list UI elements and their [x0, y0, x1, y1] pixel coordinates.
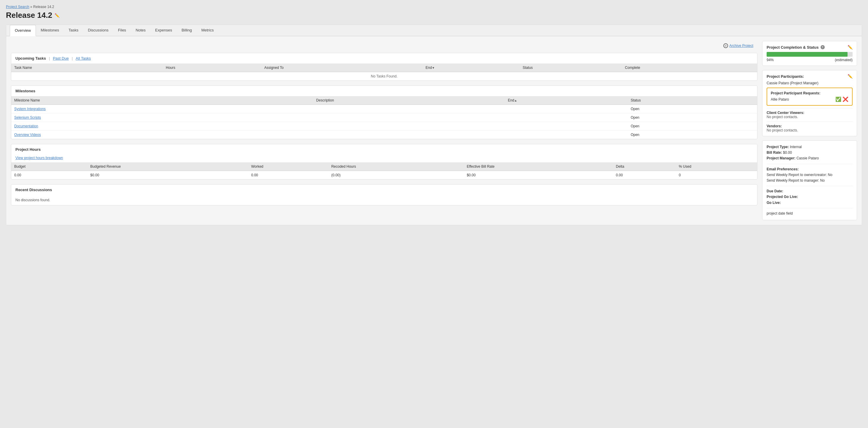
main-card: Overview Milestones Tasks Discussions Fi… [6, 25, 862, 225]
reject-request-button[interactable]: ❌ [842, 96, 848, 102]
col-worked: Worked [248, 162, 328, 171]
vendors-title: Vendors: [767, 124, 852, 128]
edit-participants-button[interactable]: ✏️ [847, 74, 852, 79]
project-date-field: project date field [767, 211, 852, 217]
participant-requests-box: Project Participant Requests: Allie Pata… [767, 88, 852, 106]
no-discussions-message: No discussions found. [16, 198, 50, 202]
milestone-status: Open [627, 131, 757, 139]
participant-request-row: Allie Pataro ✅ ❌ [771, 96, 848, 102]
col-budgeted-revenue: Budgeted Revenue [88, 162, 248, 171]
col-milestone-status: Status [627, 96, 757, 105]
milestone-end [505, 122, 627, 131]
project-hours-table: Budget Budgeted Revenue Worked Recoded H… [11, 162, 757, 179]
client-center-title: Client Center Viewers: [767, 111, 852, 115]
upcoming-tasks-header: Upcoming Tasks | Past Due | All Tasks [11, 53, 757, 63]
milestone-status: Open [627, 122, 757, 131]
help-icon[interactable]: ? [820, 45, 825, 49]
col-description: Description [313, 96, 505, 105]
col-recoded-hours: Recoded Hours [328, 162, 464, 171]
edit-title-button[interactable]: ✏️ [55, 13, 60, 18]
dates-block: Due Date: Projected Go Live: Go Live: [767, 189, 852, 206]
col-percent-used: % Used [676, 162, 757, 171]
col-budget: Budget [11, 162, 88, 171]
client-center-no-data: No project contacts. [767, 115, 852, 119]
milestone-row: Documentation Open [11, 122, 757, 131]
col-delta: Delta [613, 162, 676, 171]
participant-request-name: Allie Pataro [771, 97, 789, 102]
tabs-bar: Overview Milestones Tasks Discussions Fi… [6, 25, 862, 36]
breadcrumb-link[interactable]: Project Search [6, 5, 29, 9]
project-info-block: Project Type: Internal Bill Rate: $0.00 … [767, 144, 852, 162]
archive-project-link[interactable]: Archive Project [729, 44, 753, 48]
right-panel: Project Completion & Status ? ✏️ 94% (es… [762, 41, 857, 220]
milestones-title: Milestones [16, 89, 35, 93]
participant-requests-title: Project Participant Requests: [771, 91, 848, 95]
col-effective-bill-rate: Effective Bill Rate [464, 162, 613, 171]
page-title: Release 14.2 [6, 11, 52, 20]
milestone-end [505, 113, 627, 122]
tab-tasks[interactable]: Tasks [64, 25, 83, 36]
milestone-row: Selenium Scripts Open [11, 113, 757, 122]
tab-milestones[interactable]: Milestones [36, 25, 64, 36]
tab-files[interactable]: Files [113, 25, 131, 36]
upcoming-tasks-title: Upcoming Tasks [16, 56, 46, 61]
milestones-section: Milestones Milestone Name Description En… [11, 85, 757, 139]
completion-percent: 94% [767, 58, 774, 62]
col-milestone-end: End▲ [505, 96, 627, 105]
progress-bar-fill [767, 52, 847, 57]
tab-expenses[interactable]: Expenses [150, 25, 177, 36]
upcoming-tasks-table: Task Name Hours Assigned To End▼ Status … [11, 63, 757, 80]
milestone-name-link[interactable]: Selenium Scripts [14, 115, 41, 120]
view-hours-link[interactable]: View project hours breakdown [11, 154, 757, 162]
recent-discussions-section: Recent Discussions No discussions found. [11, 184, 757, 205]
project-completion-section: Project Completion & Status ? ✏️ 94% (es… [762, 41, 857, 66]
milestone-row: System Integrations Open [11, 105, 757, 113]
past-due-filter[interactable]: Past Due [53, 56, 68, 61]
tab-discussions[interactable]: Discussions [83, 25, 113, 36]
project-info-section: Project Type: Internal Bill Rate: $0.00 … [762, 140, 857, 220]
tab-notes[interactable]: Notes [131, 25, 150, 36]
archive-icon: ⊘ [723, 43, 728, 48]
progress-bar-bg [767, 52, 852, 57]
edit-completion-button[interactable]: ✏️ [847, 45, 852, 50]
email-prefs-block: Email Preferences: Send Weekly Report to… [767, 167, 852, 184]
no-tasks-message: No Tasks Found. [11, 72, 757, 81]
milestone-end [505, 131, 627, 139]
milestones-table: Milestone Name Description End▲ Status S… [11, 96, 757, 139]
completion-estimated: (estimated) [835, 58, 852, 62]
project-hours-title: Project Hours [16, 147, 41, 152]
tab-overview[interactable]: Overview [10, 25, 36, 36]
col-status: Status [520, 63, 622, 72]
project-hours-section: Project Hours View project hours breakdo… [11, 144, 757, 179]
milestone-status: Open [627, 113, 757, 122]
vendors-no-data: No project contacts. [767, 128, 852, 132]
milestone-description [313, 105, 505, 113]
milestone-end [505, 105, 627, 113]
milestone-status: Open [627, 105, 757, 113]
project-participants-section: Project Participants: ✏️ Cassie Pataro (… [762, 70, 857, 136]
col-task-name: Task Name [11, 63, 163, 72]
recent-discussions-header: Recent Discussions [11, 184, 757, 195]
col-end: End▼ [423, 63, 519, 72]
hours-effective-bill-rate: $0.00 [464, 171, 613, 179]
left-panel: ⊘ Archive Project Upcoming Tasks | Past … [11, 41, 757, 220]
col-milestone-name: Milestone Name [11, 96, 313, 105]
milestone-description [313, 122, 505, 131]
all-tasks-filter[interactable]: All Tasks [75, 56, 91, 61]
hours-recoded: (0.00) [328, 171, 464, 179]
milestone-description [313, 131, 505, 139]
col-complete: Complete [622, 63, 757, 72]
upcoming-tasks-section: Upcoming Tasks | Past Due | All Tasks Ta… [11, 53, 757, 81]
milestone-name-link[interactable]: Overview Videos [14, 133, 41, 137]
tab-metrics[interactable]: Metrics [196, 25, 218, 36]
accept-request-button[interactable]: ✅ [835, 96, 841, 102]
milestones-header: Milestones [11, 86, 757, 96]
col-hours: Hours [163, 63, 261, 72]
milestone-description [313, 113, 505, 122]
milestone-name-link[interactable]: System Integrations [14, 107, 45, 111]
milestone-name-link[interactable]: Documentation [14, 124, 38, 128]
hours-percent-used: 0 [676, 171, 757, 179]
tab-billing[interactable]: Billing [177, 25, 196, 36]
breadcrumb: Project Search » Release 14.2 [6, 5, 862, 9]
hours-budgeted-revenue: $0.00 [88, 171, 248, 179]
